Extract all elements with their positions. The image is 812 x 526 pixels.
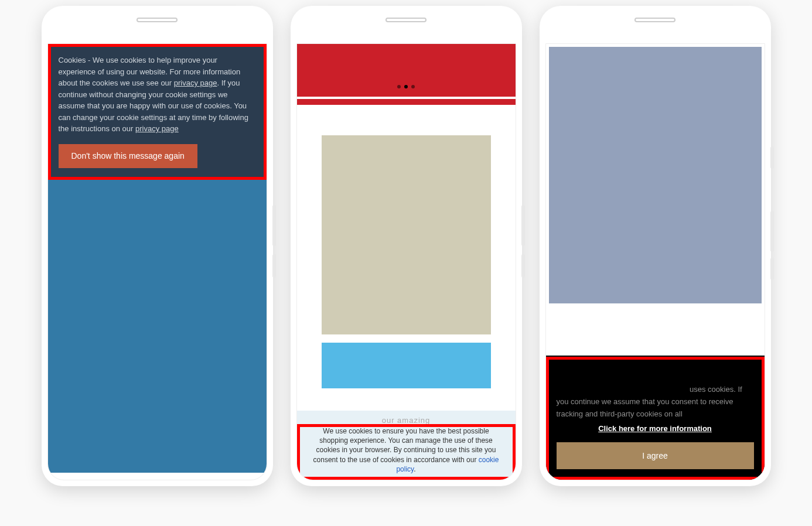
- phone-mockup-2: our amazing We use cookies to ensure you…: [291, 6, 522, 486]
- phone-side-button: [521, 205, 525, 246]
- content-card: [322, 135, 491, 334]
- phone-side-button: [770, 211, 774, 252]
- phone-side-button: [770, 258, 774, 280]
- phone-mockup-1: Cookies - We use cookies to help improve…: [42, 6, 273, 486]
- phone-side-button: [272, 205, 276, 246]
- phone-speaker: [137, 18, 178, 22]
- page-header: [297, 44, 516, 97]
- header-band: [297, 99, 516, 105]
- phone-mockup-3: xxxxxxxxxxxxxxxxxxxxxxxxxxxxxxx uses coo…: [540, 6, 771, 486]
- more-info-link[interactable]: Click here for more information: [557, 423, 754, 435]
- phone-screen: xxxxxxxxxxxxxxxxxxxxxxxxxxxxxxx uses coo…: [545, 43, 765, 480]
- background-text: our amazing: [309, 415, 504, 426]
- cookie-text: uses cookies. If you continue we assume …: [557, 384, 754, 420]
- cookie-banner: our amazing We use cookies to ensure you…: [297, 411, 516, 480]
- privacy-link[interactable]: privacy page: [135, 124, 179, 133]
- dismiss-button[interactable]: Don't show this message again: [59, 144, 197, 168]
- cookie-text: We use cookies to ensure you have the be…: [313, 427, 496, 464]
- phone-screen: Cookies - We use cookies to help improve…: [47, 43, 267, 480]
- phone-speaker: [634, 18, 675, 22]
- phone-side-button: [521, 254, 525, 278]
- privacy-link[interactable]: privacy page: [174, 78, 217, 87]
- page-body: [297, 105, 516, 388]
- cookie-banner: Cookies - We use cookies to help improve…: [48, 44, 267, 180]
- page-hero: [548, 46, 762, 304]
- carousel-dot[interactable]: [397, 85, 401, 88]
- carousel-dots: [397, 85, 415, 88]
- cookie-text-line1: xxxxxxxxxxxxxxxxxxxxxxxxxxxxxxx uses coo…: [557, 372, 754, 384]
- phone-speaker: [385, 18, 427, 22]
- agree-button[interactable]: I agree: [557, 442, 754, 469]
- cookie-text: .: [414, 465, 415, 473]
- carousel-dot[interactable]: [411, 85, 415, 88]
- page-hero: [48, 180, 267, 473]
- cookie-banner: xxxxxxxxxxxxxxxxxxxxxxxxxxxxxxx uses coo…: [546, 356, 765, 480]
- phone-side-button: [770, 146, 774, 169]
- carousel-dot-active[interactable]: [404, 85, 408, 88]
- content-card: [322, 343, 491, 388]
- phone-side-button: [272, 254, 276, 278]
- phone-screen: our amazing We use cookies to ensure you…: [296, 43, 516, 480]
